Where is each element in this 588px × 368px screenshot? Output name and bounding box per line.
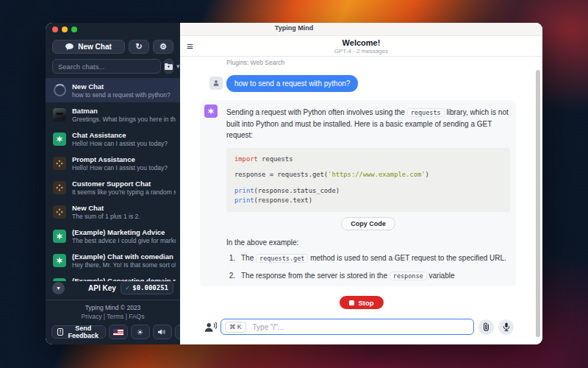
diamonds-icon [53,181,66,194]
sidebar-footer: ▾ API Key ✓ $0.000251 Typing Mind © 2023… [46,281,180,344]
gear-icon: ⚙ [159,43,167,51]
sidebar-search-row: ▾ [46,54,180,74]
paperclip-icon [482,322,490,331]
us-flag-icon [113,329,123,336]
api-usage-badge[interactable]: ✓ $0.000251 [121,281,173,294]
sound-button[interactable] [153,325,172,339]
chat-list-item[interactable]: Chat Assistance Hello! How can I assist … [46,127,180,151]
list-item: 1. The requests.get method is used to se… [226,252,510,264]
composer-area: Stop ⌘ K [180,295,542,344]
chevron-down-icon: ▾ [57,285,60,291]
example-intro: In the above example: [226,238,510,247]
voice-input-icon[interactable] [204,322,217,333]
chat-list-item[interactable]: Batman Greetings. What brings you here i… [46,102,180,127]
inline-code: requests [407,108,445,117]
messages-scroll-area: Plugins: Web Search how to send a reques… [180,57,542,295]
chat-title: Batman [72,107,176,115]
new-folder-button[interactable] [164,59,173,74]
chat-title: New Chat [72,204,176,212]
settings-button[interactable]: ⚙ [153,40,173,54]
user-message-row: how to send a request with python? [209,75,542,92]
openai-icon [53,132,66,146]
chat-list-item[interactable]: (Example) Marketing Advice The best advi… [46,224,180,248]
folder-plus-icon [165,63,173,70]
chat-subtitle: Hello! How can I assist you today? [72,140,176,147]
check-icon: ✓ [126,284,129,291]
footer-links[interactable]: Privacy | Terms | FAQs [46,313,180,320]
main-panel: Typing Mind ≡ Welcome! GPT-4 · 2 message… [180,23,542,344]
chat-list-item[interactable]: (Example) Generating domain na... 1. Tas… [46,272,180,281]
user-message-bubble[interactable]: how to send a request with python? [226,75,358,92]
chat-title: Prompt Assistance [72,155,176,163]
copyright-text: Typing Mind © 2023 [46,300,180,311]
chat-list: New Chat how to send a request with pyth… [46,78,180,281]
refresh-icon: ↻ [135,43,142,51]
sun-icon: ☀ [137,328,143,336]
window-title: Typing Mind [46,24,542,32]
stop-label: Stop [358,299,373,307]
chat-title: (Example) Marketing Advice [72,228,176,236]
scrollbar[interactable] [536,70,540,337]
search-input[interactable] [52,59,161,74]
batman-avatar [53,108,66,121]
api-usage-value: $0.000251 [132,284,168,291]
assistant-paragraph: Sending a request with Python often invo… [226,107,510,141]
list-item: 2. The response from the server is store… [226,270,510,282]
inline-code: requests.get [256,254,308,263]
assistant-avatar [204,105,218,118]
api-key-label: API Key [88,284,116,292]
chat-meta: GPT-4 · 2 messages [180,48,542,54]
new-chat-button[interactable]: New Chat [52,40,125,54]
loading-spinner-icon [53,84,66,97]
send-feedback-label: Send Feedback [67,325,99,339]
chat-subtitle: Greetings. What brings you here in the..… [72,116,176,123]
input-row: ⌘ K [204,319,542,335]
chat-header: ≡ Welcome! GPT-4 · 2 messages [180,36,542,57]
chat-bubble-icon [65,43,74,50]
chat-list-item[interactable]: Prompt Assistance Hello! How can I assis… [46,151,180,175]
chat-subtitle: The best advice I could give for marke..… [72,237,176,244]
chat-subtitle: The sum of 1 plus 1 is 2. [72,213,176,220]
reset-chat-button[interactable]: ↻ [129,40,149,54]
chat-title: New Chat [72,82,176,91]
theme-toggle-button[interactable]: ☀ [131,325,150,339]
diamonds-icon [53,157,66,170]
microphone-button[interactable] [498,319,514,335]
stop-icon [348,300,354,305]
chat-list-item[interactable]: (Example) Chat with comedian Hey there, … [46,248,180,272]
attach-file-button[interactable] [478,319,494,335]
assistant-message: Sending a request with Python often invo… [200,100,516,286]
user-avatar [209,77,223,90]
openai-icon [53,254,66,267]
new-chat-label: New Chat [78,43,112,51]
chat-subtitle: Hello! How can I assist you today? [72,164,176,171]
plugins-label: Plugins: Web Search [226,59,542,66]
openai-icon [53,230,66,243]
chat-subtitle: how to send a request with python? [72,91,176,99]
send-feedback-button[interactable]: ! Send Feedback [51,325,106,339]
speaker-icon [158,328,166,336]
api-key-row: ▾ API Key ✓ $0.000251 [46,281,180,300]
collapse-sidebar-button[interactable]: ▾ [52,282,65,294]
chat-list-item[interactable]: Customer Support Chat It seems like you'… [46,175,180,199]
collapse-folders-chevron-icon[interactable]: ▾ [176,63,180,70]
chat-title: Customer Support Chat [72,180,176,188]
microphone-icon [503,322,510,331]
ordered-list: 1. The requests.get method is used to se… [226,252,510,282]
diamonds-icon [53,205,66,219]
titlebar: Typing Mind [180,23,542,36]
copy-code-button[interactable]: Copy Code [341,217,395,230]
chat-list-item[interactable]: New Chat The sum of 1 plus 1 is 2. [46,199,180,224]
chat-list-item[interactable]: New Chat how to send a request with pyth… [46,78,180,102]
chat-subtitle: Hey there, Mr. Yo! Is that some sort of … [72,261,176,269]
chat-title-heading: Welcome! [180,38,542,47]
prompt-input[interactable] [251,322,470,332]
language-button[interactable] [109,325,128,339]
hamburger-menu-icon[interactable]: ≡ [187,40,193,52]
inline-code: response [390,272,427,280]
command-k-shortcut: ⌘ K [225,322,246,333]
prompt-input-box[interactable]: ⌘ K [220,319,474,335]
stop-button[interactable]: Stop [339,296,383,309]
chat-title: (Example) Chat with comedian [72,252,176,261]
code-block: import requests response = requests.get(… [226,148,510,212]
